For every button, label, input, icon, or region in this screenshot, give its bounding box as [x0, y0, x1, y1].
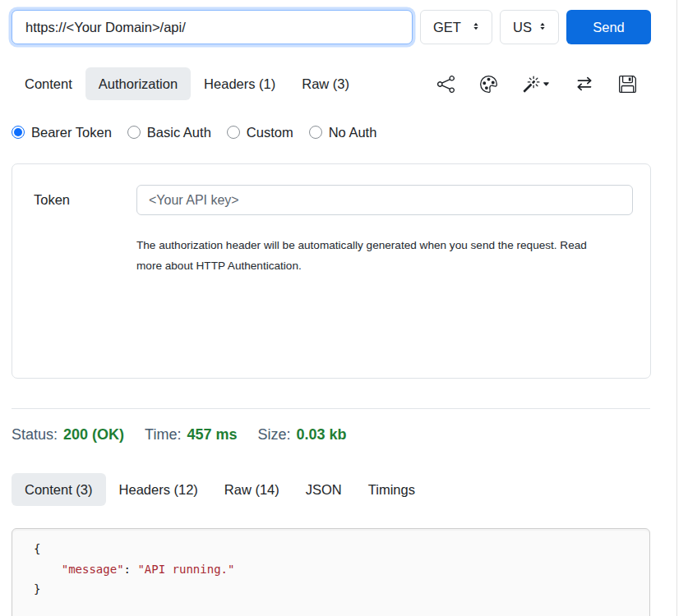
auth-option-label: Bearer Token [31, 125, 112, 140]
magic-wand-icon[interactable] [523, 76, 550, 93]
response-status-bar: Status: 200 (OK) Time: 457 ms Size: 0.03… [12, 426, 651, 444]
authorization-panel: Token The authorization header will be a… [12, 163, 651, 379]
time-label: Time: [145, 426, 181, 444]
swap-arrows-icon[interactable] [575, 75, 593, 93]
server-select[interactable]: US [500, 10, 559, 44]
url-input[interactable] [12, 10, 413, 44]
main-content: GET US Send Content Authorization Header… [12, 10, 651, 616]
token-label: Token [34, 192, 70, 208]
radio-unchecked-icon [227, 126, 240, 139]
resp-tab-timings[interactable]: Timings [355, 473, 428, 506]
size-label: Size: [257, 426, 290, 444]
auth-option-label: Basic Auth [147, 125, 211, 140]
response-tabs: Content (3) Headers (12) Raw (14) JSON T… [12, 473, 651, 506]
response-body: { "message": "API running." } [12, 528, 650, 616]
chevron-expand-icon [470, 20, 482, 35]
time-stat: Time: 457 ms [145, 426, 237, 444]
resp-tab-raw[interactable]: Raw (14) [211, 473, 293, 506]
json-value: "API running." [137, 563, 234, 576]
auth-option-no-auth[interactable]: No Auth [309, 125, 377, 140]
request-bar: GET US Send [12, 10, 651, 44]
auth-option-bearer-token[interactable]: Bearer Token [12, 125, 112, 140]
send-button[interactable]: Send [566, 10, 651, 44]
share-icon[interactable] [437, 76, 455, 93]
radio-checked-icon [12, 126, 25, 139]
token-input[interactable] [136, 185, 633, 215]
request-toolbar [437, 75, 651, 93]
auth-option-custom[interactable]: Custom [227, 125, 293, 140]
scrollbar-track[interactable] [676, 0, 677, 616]
method-select[interactable]: GET [420, 10, 492, 44]
server-select-value: US [513, 20, 532, 35]
resp-tab-headers[interactable]: Headers (12) [106, 473, 211, 506]
radio-unchecked-icon [127, 126, 141, 139]
status-value: 200 (OK) [63, 426, 124, 444]
section-divider [12, 408, 650, 409]
request-tabs: Content Authorization Headers (1) Raw (3… [12, 67, 651, 100]
status-stat: Status: 200 (OK) [12, 426, 124, 444]
radio-unchecked-icon [309, 126, 322, 139]
save-icon[interactable] [619, 76, 636, 93]
tab-content[interactable]: Content [12, 67, 85, 100]
tab-raw[interactable]: Raw (3) [289, 67, 362, 100]
palette-icon[interactable] [480, 76, 497, 93]
size-stat: Size: 0.03 kb [257, 426, 346, 444]
status-label: Status: [12, 426, 58, 444]
auth-option-basic-auth[interactable]: Basic Auth [127, 125, 211, 140]
time-value: 457 ms [187, 426, 237, 444]
caret-down-icon [543, 80, 550, 88]
chevron-expand-icon [537, 20, 548, 35]
json-line: { [34, 539, 649, 559]
auth-option-label: Custom [247, 125, 293, 140]
auth-option-label: No Auth [329, 125, 377, 140]
size-value: 0.03 kb [297, 426, 347, 444]
resp-tab-json[interactable]: JSON [293, 473, 355, 506]
json-key: "message" [62, 563, 124, 576]
auth-type-options: Bearer Token Basic Auth Custom No Auth [12, 122, 651, 142]
method-select-value: GET [433, 20, 461, 35]
tab-headers[interactable]: Headers (1) [191, 67, 289, 100]
resp-tab-content[interactable]: Content (3) [12, 473, 106, 506]
token-help-text: The authorization header will be automat… [136, 235, 613, 276]
json-line: } [34, 579, 649, 600]
tab-authorization[interactable]: Authorization [85, 67, 191, 100]
json-line: "message": "API running." [34, 559, 649, 580]
